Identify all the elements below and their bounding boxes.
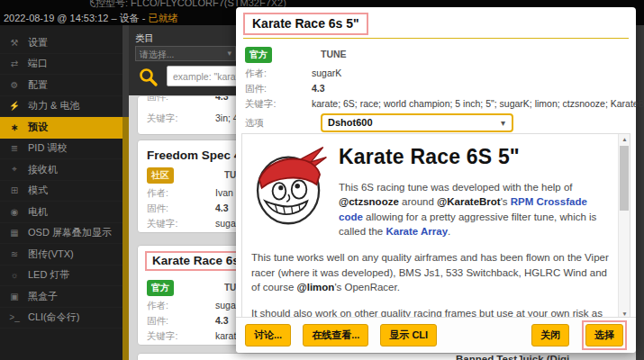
app-window: 飞控型号: FLCO/FLYCOLORF7(STM32F7X2) 2022-08… [0,0,644,360]
gear-icon: ⚙ [8,80,21,90]
preset-description-panel: Karate Race 6S 5" This 6S racing tune wa… [241,133,630,320]
options-select[interactable]: Dshot600▾ [321,113,513,132]
sidebar-item-presets[interactable]: ∗预设 [0,117,122,139]
receiver-icon: ⌖ [8,164,21,175]
dialog-footer: 讨论... 在线查看... 显示 CLI 关闭 选择 [236,317,636,353]
modes-icon: ⊞ [8,185,21,195]
magic-wand-icon: ∗ [8,122,21,132]
fw-value: 4.3 [215,315,229,326]
sidebar-item-label: 图传(VTX) [28,248,74,261]
keywords-value: karate; 6S; race; world champion; 5 inch… [312,98,644,109]
category-label: 类目 [135,32,154,45]
preset-description-content: Karate Race 6S 5" This 6S racing tune wa… [242,134,618,320]
author-value: sugarK [312,68,341,78]
options-select-value: Dshot600 [328,117,373,128]
sidebar-item-modes[interactable]: ⊞模式 [0,181,122,202]
dialog-author-row: 作者:sugarK [245,68,267,80]
sidebar-nav: ⚒设置 ⇄端口 ⚙配置 ⚡动力 & 电池 ∗预设 ≣PID 调校 ⌖接收机 ⊞模… [0,25,122,360]
sidebar-item-label: 配置 [28,78,48,92]
sidebar-item-pid-tuning[interactable]: ≣PID 调校 [0,139,122,160]
sidebar-item-receiver[interactable]: ⌖接收机 [0,159,122,181]
preset-badge-row: 官方TUNE [147,280,174,296]
text: allowing for a pretty aggressive filter … [339,212,596,237]
chevron-down-icon: ▾ [501,118,505,128]
fw-value: 4.3 [215,202,229,213]
sidebar-item-ports[interactable]: ⇄端口 [0,54,122,76]
options-label: 选项 [245,117,264,128]
text: This 6S racing tune was developed with t… [339,182,573,193]
sidebar-item-label: 端口 [28,57,48,70]
sdcard-icon: ▣ [8,292,21,302]
view-online-button[interactable]: 在线查看... [303,324,368,346]
sliders-icon: ≣ [8,143,21,153]
sidebar-item-blackbox[interactable]: ▣黑盒子 [0,286,122,308]
sidebar-item-setup[interactable]: ⚒设置 [0,32,122,54]
community-badge: 社区 [147,167,174,184]
antenna-icon: ≋ [8,249,21,259]
preset-badge-row: 社区TUNE [147,167,174,184]
author-label: 作者: [147,300,168,310]
filter-fw-row: 固件:4.3 [147,95,168,104]
dialog-title-divider [243,38,629,39]
mention-karatebrot: @KarateBrot [437,196,501,207]
sidebar-item-label: 设置 [28,36,48,50]
sidebar-item-power-battery[interactable]: ⚡动力 & 电池 [0,96,122,118]
show-cli-button[interactable]: 显示 CLI [380,324,437,346]
category-select-value: 请选择... [140,50,174,59]
status-state: 已就绪 [148,13,177,23]
sidebar-item-label: 电机 [28,205,48,219]
close-button[interactable]: 关闭 [531,324,569,346]
dialog-category: TUNE [321,49,347,59]
sidebar-item-label: 动力 & 电池 [28,99,79,112]
dialog-footer-left: 讨论... 在线查看... 显示 CLI [245,324,437,346]
author-label: 作者: [245,68,267,78]
text: 's OpenRacer. [334,282,400,292]
led-icon: ☼ [8,270,21,280]
sidebar-item-label: 预设 [28,121,48,134]
scrollbar-thumb[interactable] [620,146,629,211]
dialog-keywords-row: 关键字:karate; 6S; race; world champion; 5 … [245,98,276,111]
preset-kw-row: 关键字:karate [147,330,177,343]
osd-screen-icon: ▦ [8,228,21,238]
status-line: 2022-08-19 @ 14:53:12 – 设备 - 已就绪 [4,12,177,25]
sidebar-item-configuration[interactable]: ⚙配置 [0,75,122,96]
fw-value: 4.3 [215,95,229,102]
search-icon [138,67,159,88]
fw-label: 固件: [147,202,168,213]
sidebar-item-cli[interactable]: >_CLI(命令行) [0,308,122,329]
sidebar-item-motors[interactable]: ◉电机 [0,202,122,223]
kw-label: 关键字: [147,218,177,229]
status-time: 2022-08-19 @ 14:53:12 [4,13,108,23]
plug-icon: ⇄ [8,58,21,68]
sidebar-item-label: CLI(命令行) [28,310,79,324]
sidebar-item-vtx[interactable]: ≋图传(VTX) [0,244,122,266]
mention-ctzsnooze: @ctzsnooze [339,196,399,207]
sidebar-item-osd[interactable]: ▦OSD 屏幕叠加显示 [0,223,122,245]
pick-button[interactable]: 选择 [585,324,623,346]
description-scrollbar[interactable]: ▲ ▼ [618,134,630,320]
sidebar-item-label: 接收机 [28,163,58,176]
sidebar-item-label: LED 灯带 [28,268,69,282]
firmware-value: 4.3 [312,83,325,94]
dialog-firmware-row: 固件:4.3 [245,83,267,95]
preset-fw-row: 固件:4.3 [147,315,168,328]
link-karate-array[interactable]: Karate Array [385,226,448,237]
sidebar-item-label: OSD 屏幕叠加显示 [28,226,112,239]
sidebar-item-led-strip[interactable]: ☼LED 灯带 [0,266,122,287]
dialog-badge-row: 官方TUNE [245,47,272,63]
scroll-up-arrow[interactable]: ▲ [619,134,630,145]
sidebar-item-label: 黑盒子 [28,290,58,303]
preset-kw-row: 关键字:sugarK [147,218,177,230]
preset-author-row: 作者:sugarK [147,300,168,312]
keywords-label: 关键字: [147,112,177,123]
official-badge: 官方 [245,47,272,63]
discuss-button[interactable]: 讨论... [245,324,291,346]
preset-detail-dialog: Karate Race 6s 5" 官方TUNE 作者:sugarK 固件:4.… [236,7,636,353]
author-label: 作者: [147,187,168,198]
background-card-title-fragment: Banned TestJuick (Digi [456,354,569,360]
keywords-label: 关键字: [245,98,276,109]
motor-icon: ◉ [8,207,21,217]
description-paragraph-2: This tune works well on any quality airf… [251,250,609,294]
category-select[interactable]: 请选择...▾ [135,46,236,61]
pick-button-annotation: 选择 [582,320,627,350]
